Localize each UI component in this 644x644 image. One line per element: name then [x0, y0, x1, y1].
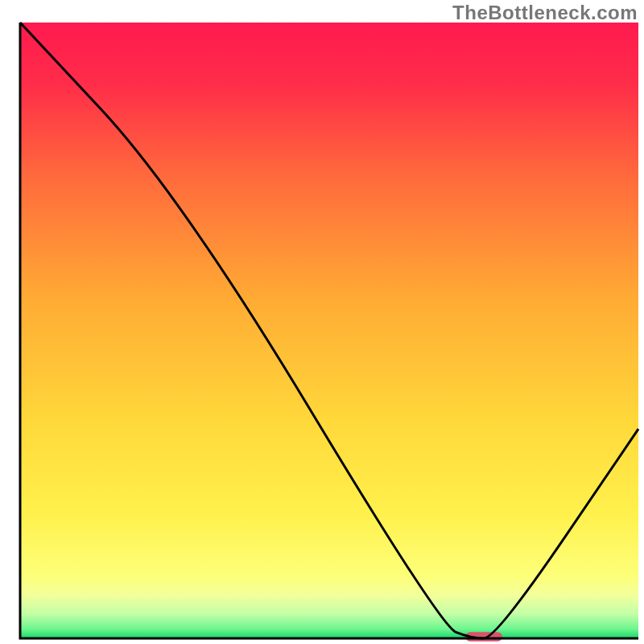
bottleneck-chart: [0, 0, 644, 644]
watermark-text: TheBottleneck.com: [452, 2, 638, 24]
gradient-background: [20, 23, 638, 638]
chart-frame: TheBottleneck.com: [0, 0, 644, 644]
